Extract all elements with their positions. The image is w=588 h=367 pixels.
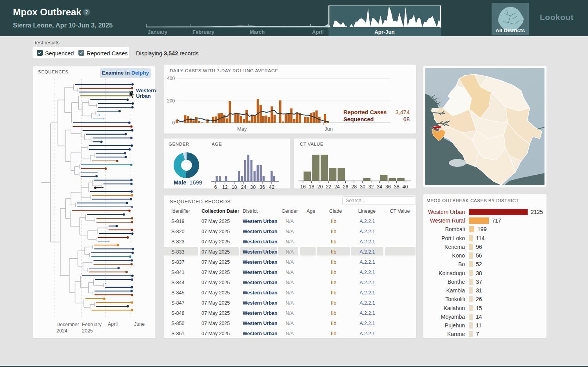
svg-text:22: 22 [326, 184, 331, 189]
svg-text:32: 32 [368, 184, 374, 189]
svg-text:200: 200 [167, 98, 175, 104]
svg-text:28: 28 [351, 184, 357, 189]
svg-text:34: 34 [377, 184, 382, 189]
svg-text:24: 24 [241, 184, 247, 189]
svg-text:April: April [312, 29, 324, 35]
svg-text:16: 16 [300, 184, 306, 189]
svg-text:36: 36 [260, 184, 265, 189]
svg-text:24: 24 [334, 184, 340, 189]
svg-text:400: 400 [167, 76, 175, 81]
svg-text:38: 38 [394, 184, 399, 189]
svg-text:18: 18 [309, 184, 314, 189]
svg-text:0: 0 [172, 120, 175, 126]
svg-text:March: March [250, 29, 265, 35]
svg-text:26: 26 [343, 184, 348, 189]
svg-text:January: January [148, 29, 168, 35]
svg-text:February: February [192, 29, 214, 35]
svg-text:42: 42 [269, 184, 274, 189]
svg-text:6: 6 [214, 184, 217, 189]
svg-text:May: May [237, 126, 247, 132]
svg-text:18: 18 [232, 184, 237, 189]
svg-text:Apr-Jun: Apr-Jun [374, 29, 395, 35]
svg-text:12: 12 [222, 184, 228, 189]
svg-text:40: 40 [402, 184, 408, 189]
svg-text:20: 20 [317, 184, 323, 189]
svg-text:36: 36 [385, 184, 391, 189]
svg-text:30: 30 [360, 184, 365, 189]
svg-text:30: 30 [250, 184, 256, 189]
svg-text:Jun: Jun [325, 126, 333, 132]
